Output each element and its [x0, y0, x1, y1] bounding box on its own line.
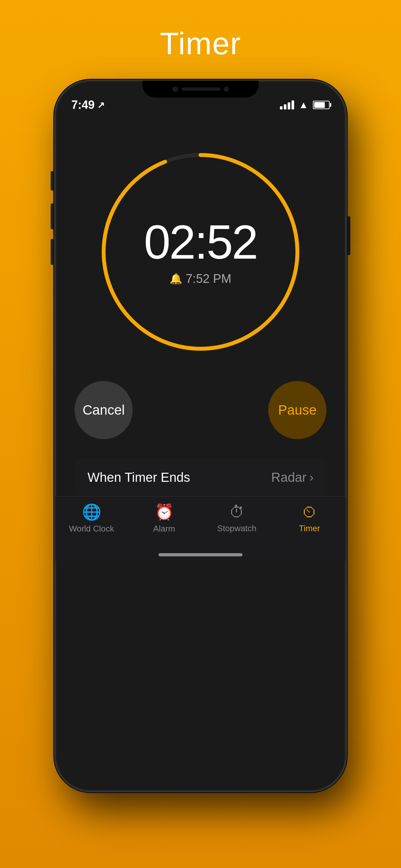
phone-frame: 7:49 ↗ ▲ [55, 81, 346, 791]
tab-world-clock[interactable]: 🌐 World Clock [55, 503, 128, 534]
battery-fill [314, 102, 325, 108]
world-clock-icon: 🌐 [82, 503, 101, 521]
status-icons: ▲ [280, 99, 330, 111]
alarm-time-value: 7:52 PM [186, 272, 232, 286]
status-bar: 7:49 ↗ ▲ [55, 81, 346, 120]
notch [143, 81, 258, 97]
signal-icon [280, 100, 294, 110]
timer-tab-label: Timer [299, 523, 320, 533]
battery-icon [313, 101, 330, 109]
tab-stopwatch[interactable]: ⏱ Stopwatch [201, 503, 273, 533]
bell-icon: 🔔 [169, 273, 182, 285]
page-title: Timer [160, 26, 241, 61]
alarm-icon: ⏰ [155, 503, 174, 521]
status-time: 7:49 [71, 98, 95, 112]
timer-display: 02:52 🔔 7:52 PM [91, 142, 310, 362]
when-timer-ends-row[interactable]: When Timer Ends Radar › [74, 459, 327, 496]
front-camera [172, 86, 179, 92]
silent-button [51, 171, 55, 190]
wifi-icon: ▲ [299, 99, 308, 111]
timer-ends-value-area: Radar › [271, 470, 313, 485]
timer-circle: 02:52 🔔 7:52 PM [91, 142, 310, 362]
timer-alarm-time: 🔔 7:52 PM [169, 272, 232, 286]
volume-down-button [51, 239, 55, 265]
pause-button[interactable]: Pause [268, 381, 327, 439]
chevron-right-icon: › [310, 471, 313, 485]
face-id-dot [224, 87, 229, 92]
world-clock-label: World Clock [69, 524, 114, 534]
screen-content: 02:52 🔔 7:52 PM Cancel Pause When Timer … [55, 120, 346, 496]
tab-timer[interactable]: ⏲ Timer [273, 503, 346, 533]
alarm-label: Alarm [153, 524, 175, 534]
cancel-button[interactable]: Cancel [74, 381, 133, 439]
home-indicator [158, 553, 243, 556]
power-button [346, 216, 350, 255]
timer-ends-sound: Radar [271, 470, 306, 485]
tab-alarm[interactable]: ⏰ Alarm [128, 503, 201, 534]
timer-countdown: 02:52 [144, 218, 257, 266]
location-icon: ↗ [97, 100, 104, 111]
timer-ends-label: When Timer Ends [88, 470, 190, 485]
phone-screen: 7:49 ↗ ▲ [55, 81, 346, 791]
stopwatch-icon: ⏱ [229, 503, 245, 521]
tab-bar: 🌐 World Clock ⏰ Alarm ⏱ Stopwatch ⏲ Time… [55, 496, 346, 561]
control-buttons: Cancel Pause [74, 381, 327, 439]
timer-tab-icon: ⏲ [302, 503, 317, 521]
status-time-area: 7:49 ↗ [71, 98, 104, 112]
stopwatch-label: Stopwatch [217, 523, 256, 533]
volume-up-button [51, 204, 55, 229]
speaker [182, 88, 220, 91]
